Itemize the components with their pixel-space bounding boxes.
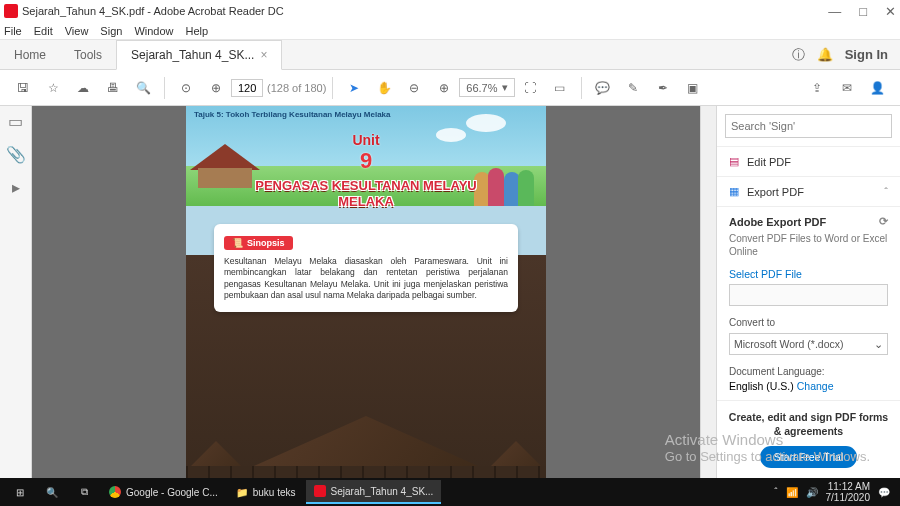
- tab-document[interactable]: Sejarah_Tahun 4_SK... ×: [116, 40, 282, 70]
- left-sidebar: ▭ 📎 ▸: [0, 106, 32, 478]
- tabbar: Home Tools Sejarah_Tahun 4_SK... × ⓘ 🔔 S…: [0, 40, 900, 70]
- acrobat-logo-icon: [4, 4, 18, 18]
- convert-to-label: Convert to: [729, 316, 888, 329]
- maximize-button[interactable]: □: [859, 4, 867, 19]
- stamp-icon[interactable]: ▣: [681, 76, 705, 100]
- chevron-up-icon: ˆ: [884, 186, 888, 198]
- export-heading: Adobe Export PDF⟳: [729, 215, 888, 228]
- panel-search-input[interactable]: [725, 114, 892, 138]
- menubar: File Edit View Sign Window Help: [0, 22, 900, 40]
- chapter-title: Tajuk 5: Tokoh Terbilang Kesultanan Mela…: [194, 110, 391, 119]
- window-title: Sejarah_Tahun 4_SK.pdf - Adobe Acrobat R…: [22, 5, 284, 17]
- tab-home[interactable]: Home: [0, 40, 60, 70]
- menu-sign[interactable]: Sign: [100, 25, 122, 37]
- menu-window[interactable]: Window: [134, 25, 173, 37]
- attachments-icon[interactable]: 📎: [6, 145, 26, 164]
- highlight-icon[interactable]: ✎: [621, 76, 645, 100]
- taskbar-acrobat[interactable]: Sejarah_Tahun 4_SK...: [306, 480, 442, 504]
- lang-label: Document Language:: [729, 365, 888, 378]
- unit-label: Unit 9: [352, 132, 379, 174]
- print-icon[interactable]: 🖶: [101, 76, 125, 100]
- taskbar-chrome[interactable]: Google - Google C...: [101, 480, 226, 504]
- close-button[interactable]: ✕: [885, 4, 896, 19]
- star-icon[interactable]: ☆: [41, 76, 65, 100]
- toolbar: 🖫 ☆ ☁ 🖶 🔍 ⊙ ⊕ (128 of 180) ➤ ✋ ⊖ ⊕ 66.7%…: [0, 70, 900, 106]
- start-button[interactable]: ⊞: [4, 478, 36, 506]
- comment-icon[interactable]: 💬: [591, 76, 615, 100]
- refresh-icon[interactable]: ⟳: [879, 215, 888, 228]
- notifications-icon[interactable]: 💬: [878, 487, 890, 498]
- hand-icon[interactable]: ✋: [372, 76, 396, 100]
- page-down-icon[interactable]: ⊕: [204, 76, 228, 100]
- wifi-icon[interactable]: 📶: [786, 487, 798, 498]
- task-view-icon[interactable]: ⧉: [68, 478, 100, 506]
- folder-icon: 📁: [236, 487, 248, 498]
- zoom-out-icon[interactable]: ⊖: [402, 76, 426, 100]
- cloud-icon[interactable]: ☁: [71, 76, 95, 100]
- select-file-link[interactable]: Select PDF File: [729, 268, 888, 280]
- taskbar-search-icon[interactable]: 🔍: [36, 478, 68, 506]
- menu-view[interactable]: View: [65, 25, 89, 37]
- file-select-box[interactable]: [729, 284, 888, 306]
- synopsis-box: 📜 Sinopsis Kesultanan Melayu Melaka dias…: [214, 224, 518, 312]
- chevron-down-icon: ⌄: [874, 338, 883, 350]
- zoom-select[interactable]: 66.7%▾: [459, 78, 514, 97]
- edit-pdf-item[interactable]: ▤ Edit PDF: [717, 146, 900, 176]
- pdf-page: Tajuk 5: Tokoh Terbilang Kesultanan Mela…: [186, 106, 546, 478]
- titlebar: Sejarah_Tahun 4_SK.pdf - Adobe Acrobat R…: [0, 0, 900, 22]
- export-desc: Convert PDF Files to Word or Excel Onlin…: [729, 232, 888, 258]
- start-trial-button[interactable]: Start Free Trial: [760, 446, 857, 468]
- clock-date[interactable]: 7/11/2020: [826, 492, 871, 503]
- chrome-icon: [109, 486, 121, 498]
- lang-value: English (U.S.): [729, 380, 794, 392]
- search-icon[interactable]: 🔍: [131, 76, 155, 100]
- taskbar: ⊞ 🔍 ⧉ Google - Google C... 📁buku teks Se…: [0, 478, 900, 506]
- signin-button[interactable]: Sign In: [845, 47, 888, 62]
- fit-page-icon[interactable]: ▭: [548, 76, 572, 100]
- email-icon[interactable]: ✉: [835, 76, 859, 100]
- menu-edit[interactable]: Edit: [34, 25, 53, 37]
- bookmarks-icon[interactable]: ▸: [12, 178, 20, 197]
- minimize-button[interactable]: —: [828, 4, 841, 19]
- synopsis-text: Kesultanan Melayu Melaka diasaskan oleh …: [224, 256, 508, 302]
- export-pdf-icon: ▦: [729, 185, 739, 198]
- page-total: (128 of 180): [267, 82, 326, 94]
- synopsis-badge: 📜 Sinopsis: [224, 236, 293, 250]
- thumbnails-icon[interactable]: ▭: [8, 112, 23, 131]
- format-select[interactable]: Microsoft Word (*.docx)⌄: [729, 333, 888, 355]
- page-number-input[interactable]: [231, 79, 263, 97]
- taskbar-explorer[interactable]: 📁buku teks: [228, 480, 304, 504]
- fit-width-icon[interactable]: ⛶: [518, 76, 542, 100]
- page-up-icon[interactable]: ⊙: [174, 76, 198, 100]
- main-area: ▭ 📎 ▸ Tajuk 5: Tokoh Terbilang Kesultana…: [0, 106, 900, 478]
- cta-title: Create, edit and sign PDF forms & agreem…: [725, 411, 892, 438]
- tray-chevron-icon[interactable]: ˆ: [774, 487, 777, 498]
- help-icon[interactable]: ⓘ: [792, 46, 805, 64]
- menu-help[interactable]: Help: [186, 25, 209, 37]
- sign-icon[interactable]: ✒: [651, 76, 675, 100]
- edit-pdf-icon: ▤: [729, 155, 739, 168]
- save-icon[interactable]: 🖫: [11, 76, 35, 100]
- tab-close-icon[interactable]: ×: [260, 48, 267, 62]
- volume-icon[interactable]: 🔊: [806, 487, 818, 498]
- selection-icon[interactable]: ➤: [342, 76, 366, 100]
- page-banner: PENGASAS KESULTANAN MELAYU MELAKA: [236, 178, 496, 209]
- people-icon[interactable]: 👤: [865, 76, 889, 100]
- menu-file[interactable]: File: [4, 25, 22, 37]
- tab-tools[interactable]: Tools: [60, 40, 116, 70]
- bell-icon[interactable]: 🔔: [817, 47, 833, 62]
- acrobat-icon: [314, 485, 326, 497]
- tab-document-label: Sejarah_Tahun 4_SK...: [131, 48, 254, 62]
- export-pdf-item[interactable]: ▦ Export PDF ˆ: [717, 176, 900, 206]
- zoom-in-icon[interactable]: ⊕: [432, 76, 456, 100]
- right-panel: ▤ Edit PDF ▦ Export PDF ˆ Adobe Export P…: [716, 106, 900, 478]
- document-viewport[interactable]: Tajuk 5: Tokoh Terbilang Kesultanan Mela…: [32, 106, 700, 478]
- clock-time[interactable]: 11:12 AM: [826, 481, 871, 492]
- change-lang-link[interactable]: Change: [797, 380, 834, 392]
- share-icon[interactable]: ⇪: [805, 76, 829, 100]
- vertical-scrollbar[interactable]: [700, 106, 716, 478]
- cta-section: Create, edit and sign PDF forms & agreem…: [717, 400, 900, 478]
